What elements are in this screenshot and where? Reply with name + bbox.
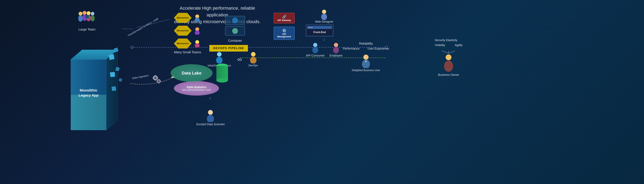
svg-point-46 <box>216 57 222 63</box>
svg-point-53 <box>154 77 156 79</box>
web-designer-section: Web Designer <box>306 9 342 23</box>
svg-rect-60 <box>158 79 159 80</box>
frontend-label: Front-End <box>307 29 332 35</box>
svg-point-59 <box>158 81 160 82</box>
frontend-section: Web Designer Front-End ↓ API Consumer <box>306 9 342 57</box>
microservice-row-3: Microservice <box>174 39 201 48</box>
svg-rect-25 <box>110 72 115 77</box>
dot-3 <box>311 27 312 28</box>
large-team-section: Large Team <box>77 10 96 31</box>
web-designer-icon <box>320 9 328 20</box>
delighted-user-content: Delighted Business User <box>352 54 380 72</box>
svg-point-41 <box>313 43 317 47</box>
agility-label: Agility <box>455 44 462 47</box>
security-elasticity-row: Security Elasticity <box>435 39 462 42</box>
svg-point-66 <box>216 78 228 83</box>
arrow-down-1: ↓ <box>306 37 342 41</box>
svg-rect-18 <box>84 18 90 19</box>
monolithic-3d-icon <box>61 40 122 133</box>
monolithic-box: Monolithic Legacy App <box>61 40 113 130</box>
svg-point-45 <box>217 52 222 57</box>
svg-rect-28 <box>112 86 116 91</box>
svg-rect-54 <box>155 75 156 76</box>
svg-line-69 <box>442 51 448 53</box>
data-lake-content: Data Lake <box>171 63 228 84</box>
frontend-box: Front-End <box>306 25 333 36</box>
data-scientist-section: Excited Data Scientist <box>196 109 224 126</box>
svg-rect-57 <box>157 77 158 78</box>
delighted-user-icon <box>360 54 372 68</box>
svg-point-67 <box>208 110 213 115</box>
gear-icon <box>148 71 164 87</box>
svg-point-72 <box>446 54 452 60</box>
delighted-user-section: Delighted Business User <box>343 54 389 72</box>
microservice-row-2: Microservice <box>174 26 201 36</box>
svg-rect-26 <box>116 67 120 71</box>
business-owner-figure: Business Owner <box>435 50 462 77</box>
business-owner-content: Business Owner <box>438 50 459 77</box>
svg-point-42 <box>312 47 318 53</box>
main-container: Accelerate High performance, reliable ap… <box>0 0 644 184</box>
svg-point-44 <box>333 47 339 53</box>
reliability-label: Reliability <box>343 42 389 45</box>
microservice-row-1: Microservice <box>174 13 201 23</box>
svg-rect-23 <box>109 54 114 60</box>
transform-label: Transformation to Micro - code <box>127 17 159 37</box>
container-label: Container <box>224 39 246 43</box>
infinity-icon: ∞ <box>237 51 242 67</box>
employee-icon <box>332 42 340 53</box>
api-consumer-section: API Consumer <box>306 42 325 57</box>
devops-section: DevOps <box>248 51 258 67</box>
arrow-down-2: ↓ <box>192 95 228 100</box>
api-gateway-box: 🔗 API Gateway <box>274 13 295 23</box>
svg-point-16 <box>90 15 95 21</box>
svg-point-11 <box>82 11 86 15</box>
svg-point-9 <box>78 12 82 15</box>
svg-point-37 <box>232 17 238 23</box>
business-owner-icon <box>439 50 458 73</box>
api-consumer-icon <box>311 42 320 53</box>
performance-label: Performance <box>343 47 360 50</box>
person-icon-2 <box>193 27 201 35</box>
security-label: Security Elasticity <box>435 39 458 42</box>
metrics-row: Performance User Experience <box>343 47 389 50</box>
api-management-box: ⚙️ API Management <box>274 27 295 40</box>
devops-label: DevOps <box>248 64 258 67</box>
large-team-icon <box>77 10 96 26</box>
svg-point-43 <box>334 43 338 47</box>
microservice-hex-1: Microservice <box>174 13 192 23</box>
visibility-agility-row: Visibility Agility <box>435 44 462 47</box>
svg-point-32 <box>195 30 200 35</box>
svg-point-38 <box>232 28 238 34</box>
infra-cloud-icon <box>214 51 224 63</box>
web-designer-label: Web Designer <box>315 20 334 23</box>
data-lake-ellipse: Data Lake <box>171 64 212 82</box>
data-ingestion-label: Data Ingestion <box>132 74 149 80</box>
employee-section: Employee <box>330 42 342 57</box>
data-processing-section <box>148 71 164 87</box>
devops-icon <box>248 51 258 63</box>
svg-line-71 <box>448 51 455 53</box>
svg-rect-27 <box>119 78 122 82</box>
data-scientist-icon <box>205 109 216 122</box>
large-team-label: Large Team <box>77 28 96 31</box>
svg-rect-63 <box>160 81 161 82</box>
svg-rect-22 <box>71 95 106 130</box>
devops-pipeline-banner: DEVOPS PIPELINE <box>209 45 248 52</box>
svg-point-34 <box>195 43 200 48</box>
employee-label: Employee <box>330 54 342 57</box>
frontend-titlebar <box>307 26 332 29</box>
small-teams-label: Many Small Teams <box>174 50 201 54</box>
microservice-hex-2: Microservice <box>174 26 192 36</box>
svg-point-73 <box>444 61 453 72</box>
svg-rect-61 <box>158 83 159 84</box>
svg-rect-56 <box>152 77 154 78</box>
microservice-hex-3: Microservice <box>174 39 192 48</box>
database-icon <box>216 63 228 84</box>
api-employee-row: API Consumer Employee <box>306 42 342 57</box>
svg-point-49 <box>364 55 368 60</box>
svg-point-13 <box>86 11 90 15</box>
svg-point-40 <box>321 14 327 20</box>
container-section: Container <box>224 14 246 43</box>
container-icon <box>224 14 246 37</box>
